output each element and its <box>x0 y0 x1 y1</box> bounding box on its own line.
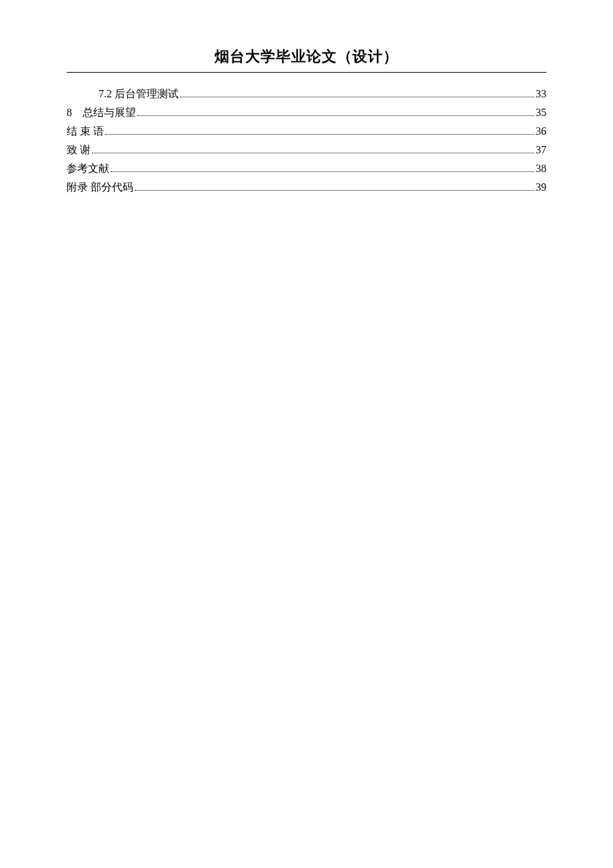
toc-leader-dots <box>137 108 534 116</box>
toc-leader-dots <box>105 127 534 135</box>
toc-entry-page: 36 <box>536 122 546 141</box>
toc-entry-label: 参考文献 <box>67 159 109 178</box>
toc-entry: 附录 部分代码 39 <box>67 178 546 197</box>
toc-entry-label: 附录 部分代码 <box>67 178 133 197</box>
toc-entry-label: 7.2 后台管理测试 <box>99 85 179 103</box>
toc-entry-label: 8 总结与展望 <box>67 103 136 122</box>
toc-entry: 结 束 语 36 <box>67 122 546 141</box>
toc-entry-page: 33 <box>536 85 546 103</box>
table-of-contents: 7.2 后台管理测试 33 8 总结与展望 35 结 束 语 36 致 谢 37… <box>67 85 546 197</box>
header-rule <box>67 72 546 73</box>
toc-entry: 参考文献 38 <box>67 159 546 178</box>
toc-entry-page: 39 <box>536 178 546 197</box>
toc-entry-page: 35 <box>536 103 546 122</box>
toc-leader-dots <box>92 145 534 153</box>
toc-entry: 8 总结与展望 35 <box>67 103 546 122</box>
toc-entry-page: 38 <box>536 159 546 178</box>
toc-entry-label: 致 谢 <box>67 141 91 159</box>
toc-leader-dots <box>180 89 534 97</box>
toc-entry-label: 结 束 语 <box>67 122 104 141</box>
toc-entry: 7.2 后台管理测试 33 <box>67 85 546 103</box>
toc-leader-dots <box>135 183 534 191</box>
page: 烟台大学毕业论文（设计） 7.2 后台管理测试 33 8 总结与展望 35 结 … <box>0 0 613 197</box>
page-header-title: 烟台大学毕业论文（设计） <box>67 47 546 72</box>
toc-entry-page: 37 <box>536 141 546 159</box>
toc-entry: 致 谢 37 <box>67 141 546 159</box>
toc-leader-dots <box>111 164 534 172</box>
